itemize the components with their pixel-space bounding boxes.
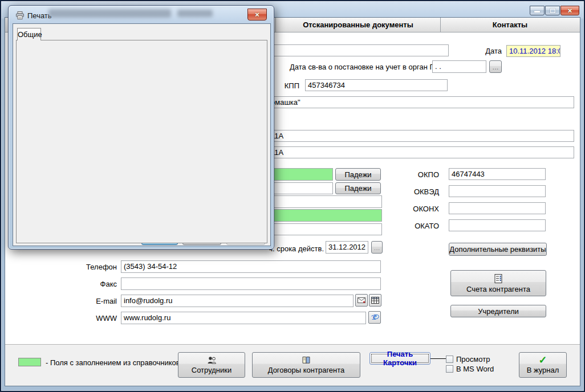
counterparty-contracts-button[interactable]: Договоры контрагента (252, 352, 360, 378)
okpo-field[interactable]: 46747443 (449, 168, 546, 180)
email-field[interactable]: info@rudolg.ru (121, 295, 354, 307)
actual-address-field[interactable]: 11А (268, 146, 574, 158)
dialog-close-button[interactable]: × (247, 9, 267, 21)
validity-date-field[interactable]: 31.12.2012 (326, 241, 368, 254)
close-icon: × (568, 6, 572, 15)
print-dialog: Печать × Общие Выберите принтер + Устано… (8, 5, 274, 250)
okved-label: ОКВЭД (393, 187, 439, 196)
tab-contacts[interactable]: Контакты (440, 18, 579, 32)
journal-check-icon: ✓ (538, 356, 547, 365)
www-label: WWW (63, 314, 117, 322)
cases-button-1[interactable]: Падежи (335, 168, 381, 181)
founders-button[interactable]: Учредители (450, 305, 546, 317)
fax-label: Факс (63, 280, 117, 288)
send-email-button[interactable] (355, 294, 368, 307)
send-email-icon (357, 296, 366, 305)
email-label: E-mail (63, 297, 117, 305)
counterparty-accounts-button[interactable]: Счета контрагента (450, 270, 546, 296)
preview-checkbox[interactable] (446, 356, 453, 363)
print-card-button[interactable]: Печать Карточки (369, 352, 430, 365)
middle-field-4[interactable] (268, 209, 382, 222)
gni-date-label: Дата св-ва о постановке на учет в орган … (290, 63, 444, 71)
phone-label: Телефон (63, 263, 117, 271)
tab-scanned-documents[interactable]: Отсканированные документы (275, 18, 440, 32)
gni-date-browse-button[interactable]: ... (489, 60, 502, 73)
okved-field[interactable] (449, 185, 546, 197)
legal-address-field[interactable]: 11А (268, 130, 574, 142)
counterparty-contracts-label: Договоры контрагента (268, 366, 345, 374)
tab-page (16, 40, 267, 243)
journal-button[interactable]: ✓ В журнал (519, 352, 567, 378)
okato-label: ОКАТО (393, 222, 439, 230)
green-legend-swatch (18, 358, 41, 366)
gni-date-field[interactable]: . . (432, 60, 486, 73)
minimize-button[interactable] (530, 6, 545, 15)
minimize-icon (534, 11, 540, 13)
okato-field[interactable] (449, 219, 546, 231)
employees-icon (207, 356, 217, 365)
fax-field[interactable] (121, 277, 381, 290)
middle-field-3[interactable] (268, 195, 382, 208)
printer-icon (15, 11, 25, 20)
maximize-button[interactable] (545, 6, 560, 15)
kpp-field[interactable]: 457346734 (305, 79, 448, 91)
employees-button[interactable]: Сотрудники (178, 352, 245, 378)
table-icon (371, 296, 380, 305)
extra-details-button[interactable]: Дополнительные реквизиты (449, 243, 547, 256)
maximize-icon (550, 9, 555, 13)
phone-field[interactable]: (3543) 34-54-12 (121, 260, 381, 273)
www-field[interactable]: www.rudolg.ru (121, 312, 366, 324)
msword-checkbox[interactable] (446, 365, 453, 373)
counterparty-accounts-label: Счета контрагента (466, 285, 530, 293)
tab-general[interactable]: Общие (17, 28, 41, 40)
middle-field-5[interactable] (268, 223, 382, 235)
contracts-book-icon (302, 356, 311, 365)
email-table-button[interactable] (369, 294, 381, 307)
legend-text: - Поля с заполнением из справочников (46, 358, 180, 367)
journal-label: В журнал (527, 366, 559, 374)
msword-label: В MS Word (456, 365, 494, 373)
connector-line (430, 358, 446, 359)
cases-button-2[interactable]: Падежи (335, 182, 381, 194)
preview-label: Просмотр (456, 355, 490, 364)
date-label: Дата (462, 47, 502, 55)
date-field[interactable]: 10.11.2012 18:0 (506, 45, 560, 57)
org-name-field[interactable]: омашка" (268, 96, 574, 108)
redacted-title-blur (177, 10, 213, 17)
validity-label: ч. срока действ. (268, 244, 324, 253)
open-website-button[interactable]: e (368, 311, 381, 324)
close-button[interactable]: × (560, 6, 579, 15)
okpo-label: ОКПО (393, 170, 439, 179)
internet-explorer-icon: e (369, 311, 380, 324)
top-field[interactable] (268, 44, 449, 56)
okonh-field[interactable] (449, 202, 546, 214)
reference-field-2[interactable] (268, 182, 333, 194)
validity-browse-button[interactable]: ... (371, 241, 383, 254)
redacted-title-blur (48, 9, 171, 18)
reference-field-1[interactable] (268, 168, 333, 181)
dialog-close-icon: × (255, 10, 259, 19)
accounts-ledger-icon (493, 273, 503, 284)
employees-label: Сотрудники (192, 366, 231, 374)
okonh-label: ОКОНХ (393, 205, 439, 213)
